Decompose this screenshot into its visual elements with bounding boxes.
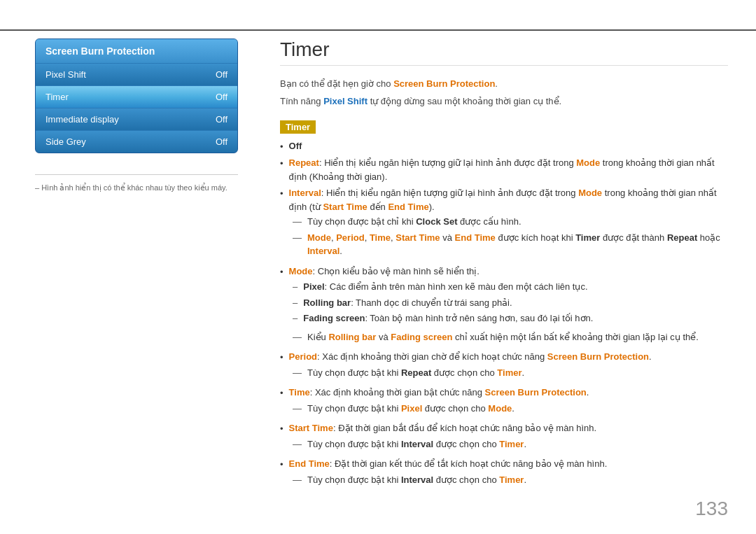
- bullet-interval: • Interval: Hiển thị kiểu ngăn hiện tượn…: [280, 186, 728, 262]
- mode-rolling-note-text: Kiểu Rolling bar và Fading screen chỉ xu…: [307, 330, 699, 344]
- highlight-pixel-shift: Pixel Shift: [323, 96, 368, 106]
- side-grey-label: Side Grey: [46, 136, 86, 147]
- bullet-dot-8: •: [280, 458, 284, 472]
- screen-burn-title: Screen Burn Protection: [36, 39, 237, 64]
- intro-line-2: Tính năng Pixel Shift tự động dừng sau m…: [280, 94, 728, 109]
- bullet-repeat: • Repeat: Hiển thị kiểu ngăn hiện tượng …: [280, 156, 728, 183]
- mode-pixel-text: Pixel: Các điểm ảnh trên màn hình xen kẽ…: [303, 280, 587, 294]
- start-time-note: ― Tùy chọn được bật khi Interval được ch…: [293, 437, 526, 451]
- timer-bullet-list: • Off • Repeat: Hiển thị kiểu ngăn hiện …: [280, 139, 728, 491]
- time-note: ― Tùy chọn được bật khi Pixel được chọn …: [293, 402, 514, 416]
- time-subnote: ― Tùy chọn được bật khi Pixel được chọn …: [293, 402, 514, 418]
- subnote-clockset-text: Tùy chọn được bật chỉ khi Clock Set được…: [307, 215, 522, 229]
- section-label-timer: Timer: [280, 120, 316, 134]
- bullet-dot-3: •: [280, 187, 284, 201]
- bullet-end-time: • End Time: Đặt thời gian kết thúc để tắ…: [280, 457, 728, 490]
- highlight-screen-burn-1: Screen Burn Protection: [393, 78, 495, 89]
- interval-subnotes: ― Tùy chọn được bật chỉ khi Clock Set đư…: [293, 215, 728, 260]
- subnote-mode-period-text: Mode, Period, Time, Start Time và End Ti…: [307, 231, 728, 258]
- menu-item-immediate-display[interactable]: Immediate display Off: [36, 108, 237, 131]
- menu-item-timer[interactable]: Timer Off: [36, 86, 237, 108]
- bullet-time: • Time: Xác định khoảng thời gian bật ch…: [280, 386, 728, 419]
- period-note-text: Tùy chọn được bật khi Repeat được chọn c…: [307, 366, 524, 380]
- period-subnote: ― Tùy chọn được bật khi Repeat được chọn…: [293, 366, 524, 382]
- end-time-note-text: Tùy chọn được bật khi Interval được chọn…: [307, 473, 526, 487]
- page-title: Timer: [280, 38, 728, 66]
- bullet-mode-text: Mode: Chọn kiểu bảo vệ màn hình sẽ hiển …: [289, 265, 479, 279]
- end-time-subnote: ― Tùy chọn được bật khi Interval được ch…: [293, 473, 526, 489]
- timer-value: Off: [216, 92, 227, 102]
- screen-burn-menu: Screen Burn Protection Pixel Shift Off T…: [35, 38, 238, 153]
- left-note-text: – Hình ảnh hiển thị có thể khác nhau tùy…: [35, 183, 227, 192]
- immediate-display-value: Off: [216, 114, 227, 125]
- left-note: – Hình ảnh hiển thị có thể khác nhau tùy…: [35, 174, 238, 192]
- page-number: 133: [695, 498, 728, 520]
- bullet-mode: • Mode: Chọn kiểu bảo vệ màn hình sẽ hiể…: [280, 265, 728, 348]
- mode-note: ― Kiểu Rolling bar và Fading screen chỉ …: [293, 330, 699, 346]
- pixel-shift-value: Off: [216, 69, 227, 80]
- bullet-dot-6: •: [280, 386, 284, 400]
- bullet-period: • Period: Xác định khoảng thời gian chờ …: [280, 350, 728, 383]
- mode-subitems: – Pixel: Các điểm ảnh trên màn hình xen …: [293, 280, 593, 328]
- top-divider: [0, 29, 756, 31]
- bullet-dot-7: •: [280, 422, 284, 436]
- bullet-dot-5: •: [280, 351, 284, 365]
- mode-rolling-bar: – Rolling bar: Thanh dọc di chuyển từ tr…: [293, 296, 593, 310]
- period-note: ― Tùy chọn được bật khi Repeat được chọn…: [293, 366, 524, 380]
- bullet-period-text: Period: Xác định khoảng thời gian chờ để…: [289, 350, 652, 364]
- bullet-time-text: Time: Xác định khoảng thời gian bật chức…: [289, 386, 589, 400]
- bullet-off-text: Off: [289, 139, 302, 153]
- side-grey-value: Off: [216, 136, 227, 147]
- intro-line-1: Bạn có thể đặt hẹn giờ cho Screen Burn P…: [280, 77, 728, 92]
- bullet-end-time-text: End Time: Đặt thời gian kết thúc để tắt …: [289, 457, 608, 471]
- bullet-start-time-text: Start Time: Đặt thời gian bắt đầu để kíc…: [289, 421, 597, 435]
- end-time-note: ― Tùy chọn được bật khi Interval được ch…: [293, 473, 526, 487]
- subnote-clockset: ― Tùy chọn được bật chỉ khi Clock Set đư…: [293, 215, 728, 229]
- mode-fading-screen-text: Fading screen: Toàn bộ màn hình trở nên …: [303, 311, 593, 325]
- timer-label: Timer: [46, 92, 69, 102]
- start-time-note-text: Tùy chọn được bật khi Interval được chọn…: [307, 437, 526, 451]
- pixel-shift-label: Pixel Shift: [46, 69, 86, 80]
- mode-rolling-note: ― Kiểu Rolling bar và Fading screen chỉ …: [293, 330, 699, 344]
- bullet-dot-1: •: [280, 140, 284, 154]
- left-panel: Screen Burn Protection Pixel Shift Off T…: [35, 38, 238, 192]
- bullet-off: • Off: [280, 139, 728, 154]
- bullet-dot-2: •: [280, 157, 284, 171]
- bullet-interval-text: Interval: Hiển thị kiểu ngăn hiện tượng …: [289, 186, 728, 213]
- bullet-start-time: • Start Time: Đặt thời gian bắt đầu để k…: [280, 421, 728, 454]
- main-content: Timer Bạn có thể đặt hẹn giờ cho Screen …: [280, 38, 728, 506]
- mode-rolling-bar-text: Rolling bar: Thanh dọc di chuyển từ trái…: [303, 296, 512, 310]
- start-time-subnote: ― Tùy chọn được bật khi Interval được ch…: [293, 437, 526, 454]
- bullet-repeat-text: Repeat: Hiển thị kiểu ngăn hiện tượng gi…: [289, 156, 728, 183]
- mode-fading-screen: – Fading screen: Toàn bộ màn hình trở nê…: [293, 311, 593, 325]
- mode-pixel: – Pixel: Các điểm ảnh trên màn hình xen …: [293, 280, 593, 294]
- immediate-display-label: Immediate display: [46, 114, 119, 125]
- menu-item-side-grey[interactable]: Side Grey Off: [36, 131, 237, 153]
- time-note-text: Tùy chọn được bật khi Pixel được chọn ch…: [307, 402, 514, 416]
- bullet-dot-4: •: [280, 265, 284, 279]
- menu-item-pixel-shift[interactable]: Pixel Shift Off: [36, 64, 237, 86]
- subnote-mode-period: ― Mode, Period, Time, Start Time và End …: [293, 231, 728, 258]
